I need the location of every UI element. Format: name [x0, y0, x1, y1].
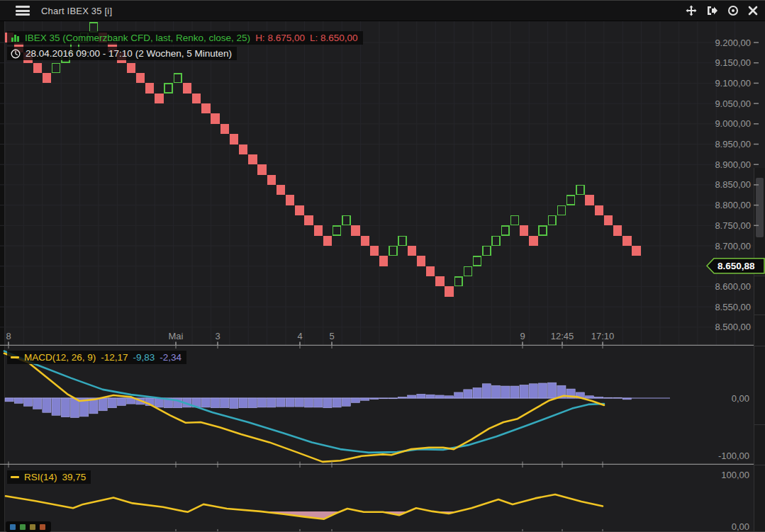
rsi-value: 39,75 [62, 472, 86, 482]
symbol-legend[interactable]: IBEX 35 (Commerzbank CFD, last, Renko, c… [7, 31, 363, 45]
svg-text:100,00: 100,00 [721, 470, 749, 480]
macd-signal-value: -9,83 [133, 352, 155, 363]
svg-text:8.500,00: 8.500,00 [715, 322, 751, 332]
svg-text:8.600,00: 8.600,00 [715, 281, 751, 292]
rsi-label: RSI(14) [24, 472, 57, 482]
svg-text:8.750,00: 8.750,00 [715, 220, 751, 231]
svg-text:8.850,00: 8.850,00 [715, 179, 751, 190]
svg-text:8.950,00: 8.950,00 [715, 139, 751, 149]
rsi-swatch-icon [11, 476, 19, 478]
macd-axis[interactable]: 0,00-100,00 [718, 393, 749, 461]
svg-text:9: 9 [520, 331, 525, 341]
svg-text:8.650,88: 8.650,88 [717, 261, 755, 271]
svg-text:8.900,00: 8.900,00 [715, 159, 751, 170]
mini-button-blue[interactable] [10, 524, 16, 530]
svg-text:9.100,00: 9.100,00 [715, 78, 751, 89]
svg-text:Mai: Mai [169, 331, 184, 341]
chart-window: Chart IBEX 35 [i] 9.200,009 [0, 0, 765, 532]
svg-text:4: 4 [297, 331, 302, 341]
low-value: L: 8.650,00 [310, 33, 358, 43]
svg-text:3: 3 [215, 331, 220, 341]
renko-chart-canvas[interactable]: 9.200,009.150,009.100,009.050,009.000,00… [0, 21, 765, 346]
window-title: Chart IBEX 35 [i] [41, 6, 112, 16]
clock-icon [11, 49, 21, 59]
svg-text:0,00: 0,00 [732, 393, 749, 404]
svg-text:9.050,00: 9.050,00 [715, 98, 751, 109]
timeframe-label: 28.04.2016 09:00 - 17:10 (2 Wochen, 5 Mi… [26, 48, 232, 59]
macd-swatch-icon [11, 356, 19, 358]
title-bar: Chart IBEX 35 [i] [0, 0, 765, 21]
last-price-tag: 8.650,88 [707, 259, 764, 273]
symbol-label: IBEX 35 (Commerzbank CFD, last, Renko, c… [25, 33, 250, 43]
svg-text:8.550,00: 8.550,00 [715, 302, 751, 312]
macd-histogram-value: -2,34 [160, 352, 182, 363]
svg-text:5: 5 [329, 331, 334, 341]
svg-text:8: 8 [6, 331, 11, 341]
timeframe-legend[interactable]: 28.04.2016 09:00 - 17:10 (2 Wochen, 5 Mi… [7, 47, 237, 60]
svg-text:12:45: 12:45 [551, 331, 574, 341]
rsi-axis[interactable]: 100,000,00 [721, 470, 749, 532]
macd-value: -12,17 [101, 352, 128, 363]
panel-quick-buttons [6, 521, 51, 532]
svg-text:9.200,00: 9.200,00 [715, 38, 751, 48]
svg-text:17:10: 17:10 [591, 331, 615, 341]
rsi-legend[interactable]: RSI(14) 39,75 [7, 470, 91, 484]
svg-text:8.800,00: 8.800,00 [715, 200, 751, 210]
mini-button-orange[interactable] [40, 524, 45, 530]
close-icon[interactable] [748, 6, 758, 16]
rsi-panel-canvas[interactable]: 100,000,00 [0, 465, 765, 532]
target-icon[interactable] [727, 5, 739, 16]
bar-chart-icon [11, 33, 20, 43]
svg-text:8.700,00: 8.700,00 [715, 241, 751, 251]
svg-text:-100,00: -100,00 [718, 451, 749, 461]
mini-button-green[interactable] [20, 524, 26, 530]
high-value: H: 8.675,00 [255, 33, 305, 43]
detach-window-icon[interactable] [706, 5, 718, 16]
svg-text:0,00: 0,00 [732, 521, 749, 532]
mini-button-yellow[interactable] [30, 524, 35, 530]
move-resize-icon[interactable] [686, 5, 697, 16]
menu-icon[interactable] [16, 6, 30, 16]
grid [0, 21, 753, 345]
svg-text:9.150,00: 9.150,00 [715, 57, 751, 68]
svg-text:9.000,00: 9.000,00 [715, 118, 751, 129]
time-axis[interactable]: 8Mai345912:4517:10 [6, 331, 614, 345]
macd-label: MACD(12, 26, 9) [24, 352, 96, 363]
macd-legend[interactable]: MACD(12, 26, 9) -12,17 -9,83 -2,34 [7, 351, 186, 364]
